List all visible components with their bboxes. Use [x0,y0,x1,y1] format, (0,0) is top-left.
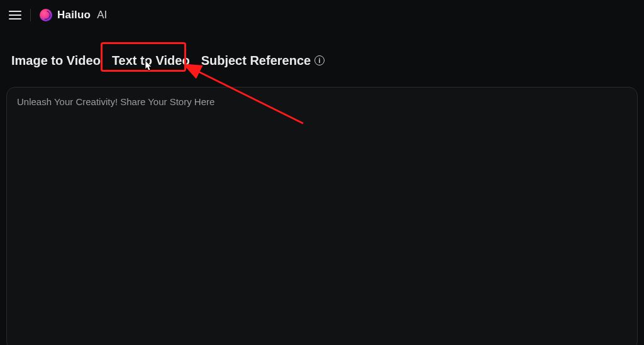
prompt-input[interactable] [17,96,627,341]
tab-text-to-video[interactable]: Text to Video [112,52,190,69]
brand-logo-icon [40,9,52,21]
app-header: Hailuo AI [0,0,644,30]
tab-subject-reference[interactable]: Subject Reference i [201,52,325,69]
hamburger-menu-icon[interactable] [9,11,21,20]
prompt-editor-container [6,87,638,345]
tab-image-to-video[interactable]: Image to Video [11,52,101,69]
info-icon[interactable]: i [314,55,325,65]
header-divider [30,9,31,21]
tab-label: Image to Video [11,53,101,68]
brand-name: Hailuo [57,9,91,21]
mode-tabs: Image to Video Text to Video Subject Ref… [0,45,644,76]
tab-label: Text to Video [112,53,190,68]
tab-label: Subject Reference [201,53,311,68]
brand-suffix: AI [97,9,107,21]
brand[interactable]: Hailuo AI [40,9,107,21]
